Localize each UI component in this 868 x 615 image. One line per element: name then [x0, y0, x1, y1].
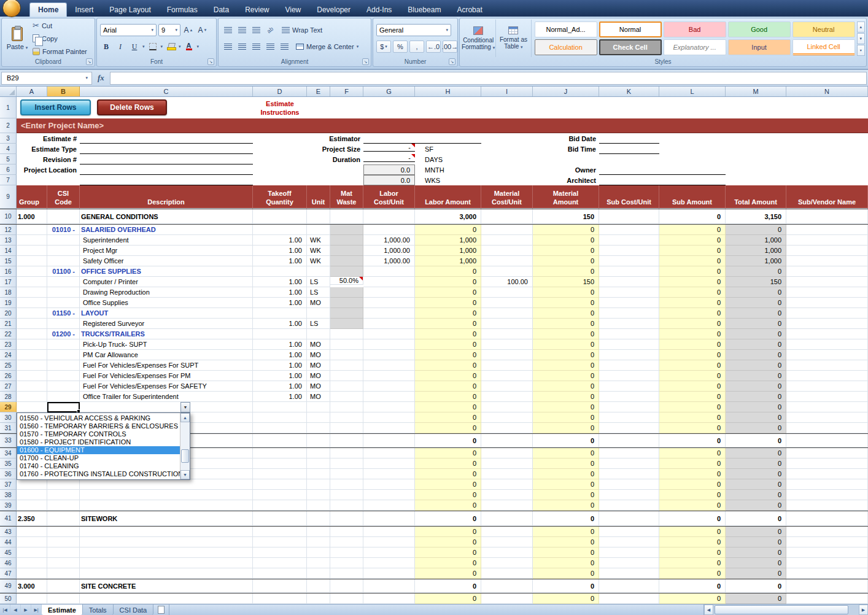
cell-J36[interactable]: 0 — [533, 469, 599, 479]
dropdown-arrow-icon[interactable]: ▾ — [179, 44, 181, 49]
increase-decimal-button[interactable]: ←.0 — [426, 41, 441, 53]
cell-J24[interactable]: 0 — [533, 350, 599, 360]
sheet-tab-totals[interactable]: Totals — [83, 605, 114, 615]
cell-F41[interactable] — [330, 511, 363, 526]
format-as-table-button[interactable]: Format as Table ▾ — [496, 20, 531, 57]
format-painter-button[interactable]: Format Painter — [31, 45, 93, 57]
cell-J23[interactable]: 0 — [533, 339, 599, 350]
cell-style-normal[interactable]: Normal — [599, 21, 662, 37]
cell-H27[interactable]: 0 — [415, 381, 481, 392]
cell-J35[interactable]: 0 — [533, 458, 599, 469]
cell-C6[interactable] — [80, 164, 253, 175]
row-header-34[interactable]: 34 — [0, 448, 17, 458]
cell-K43[interactable] — [599, 527, 659, 537]
cell-D43[interactable] — [253, 527, 307, 537]
cell-H23[interactable]: 0 — [415, 339, 481, 350]
cell-H17[interactable]: 0 — [415, 277, 481, 287]
cell-I38[interactable] — [481, 490, 533, 500]
formula-input[interactable] — [110, 72, 867, 85]
cut-button[interactable]: ✂ Cut — [31, 20, 93, 31]
cell-E49[interactable] — [307, 579, 330, 593]
cell-L47[interactable]: 0 — [659, 568, 726, 579]
cell-A6[interactable]: Project Location — [17, 164, 80, 175]
cell-M30[interactable]: 0 — [726, 412, 786, 423]
cell-E46[interactable] — [307, 558, 330, 568]
cell-F27[interactable] — [330, 381, 363, 392]
cell-E41[interactable] — [307, 511, 330, 526]
cell-M19[interactable]: 0 — [726, 298, 786, 308]
cell-G7[interactable]: 0.0 — [363, 175, 415, 185]
insert-worksheet-button[interactable] — [153, 605, 169, 615]
cell-D25[interactable]: 1.00 — [253, 360, 307, 371]
cell-N30[interactable] — [786, 412, 868, 423]
cell-style-normal-ad[interactable]: Normal_Ad... — [535, 21, 597, 37]
cell-N19[interactable] — [786, 298, 868, 308]
select-all-button[interactable] — [0, 87, 17, 96]
cell-E43[interactable] — [307, 527, 330, 537]
cell-N39[interactable] — [786, 500, 868, 511]
cell-C20[interactable]: LAYOUT — [80, 308, 253, 319]
cell-H28[interactable]: 0 — [415, 392, 481, 402]
ribbon-tab-home[interactable]: Home — [29, 2, 67, 17]
cell-K37[interactable] — [599, 479, 659, 490]
row-header-12[interactable]: 12 — [0, 225, 17, 235]
cell-A4[interactable]: Estimate Type — [17, 144, 80, 154]
cell-G49[interactable] — [363, 579, 415, 593]
cell-B22[interactable]: 01200 - — [47, 329, 80, 339]
cell-K28[interactable] — [599, 392, 659, 402]
cell-L15[interactable]: 0 — [659, 256, 726, 266]
cell-M28[interactable]: 0 — [726, 392, 786, 402]
csi-code-dropdown-button[interactable]: ▼ — [180, 402, 190, 412]
cell-H4[interactable]: SF — [415, 144, 481, 154]
column-header-J[interactable]: J — [533, 87, 599, 96]
cell-G21[interactable] — [363, 319, 415, 329]
cell-H22[interactable]: 0 — [415, 329, 481, 339]
cell-style-bad[interactable]: Bad — [664, 21, 726, 37]
cell-C10[interactable]: GENERAL CONDITIONS — [80, 209, 253, 224]
cell-G38[interactable] — [363, 490, 415, 500]
cell-A15[interactable] — [17, 256, 47, 266]
cell-I23[interactable] — [481, 339, 533, 350]
orientation-button[interactable]: ab — [264, 24, 276, 36]
cell-N16[interactable] — [786, 266, 868, 277]
cell-D45[interactable] — [253, 547, 307, 558]
cell-K25[interactable] — [599, 360, 659, 371]
cell-N14[interactable] — [786, 246, 868, 256]
cell-B39[interactable] — [47, 500, 80, 511]
cell-style-check-cell[interactable]: Check Cell — [599, 39, 662, 55]
cell-F19[interactable] — [330, 298, 363, 308]
cell-B28[interactable] — [47, 392, 80, 402]
cell-E31[interactable] — [307, 423, 330, 433]
row-header-49[interactable]: 49 — [0, 579, 17, 593]
cell-G34[interactable] — [363, 448, 415, 458]
cell-A16[interactable] — [17, 266, 47, 277]
cell-G31[interactable] — [363, 423, 415, 433]
cell-F13[interactable] — [330, 235, 363, 246]
cell-K14[interactable] — [599, 246, 659, 256]
row-header-26[interactable]: 26 — [0, 371, 17, 381]
cell-F30[interactable] — [330, 412, 363, 423]
cell-N28[interactable] — [786, 392, 868, 402]
cell-M35[interactable]: 0 — [726, 458, 786, 469]
cell-J17[interactable]: 150 — [533, 277, 599, 287]
cell-G20[interactable] — [363, 308, 415, 319]
cell-M27[interactable]: 0 — [726, 381, 786, 392]
column-header-L[interactable]: L — [659, 87, 726, 96]
cell-C43[interactable] — [80, 527, 253, 537]
ribbon-tab-data[interactable]: Data — [206, 2, 237, 17]
cell-B27[interactable] — [47, 381, 80, 392]
cell-D38[interactable] — [253, 490, 307, 500]
row-header-3[interactable]: 3 — [0, 133, 17, 144]
cell-B43[interactable] — [47, 527, 80, 537]
cell-G6[interactable]: 0.0 — [363, 164, 415, 175]
cell-H10[interactable]: 3,000 — [415, 209, 481, 224]
cell-K44[interactable] — [599, 537, 659, 547]
cell-C21[interactable]: Registered Surveyor — [80, 319, 253, 329]
cell-N49[interactable] — [786, 579, 868, 593]
cell-D47[interactable] — [253, 568, 307, 579]
cell-C44[interactable] — [80, 537, 253, 547]
cell-K7[interactable] — [599, 175, 726, 185]
cell-F16[interactable] — [330, 266, 363, 277]
cell-I37[interactable] — [481, 479, 533, 490]
cell-I26[interactable] — [481, 371, 533, 381]
